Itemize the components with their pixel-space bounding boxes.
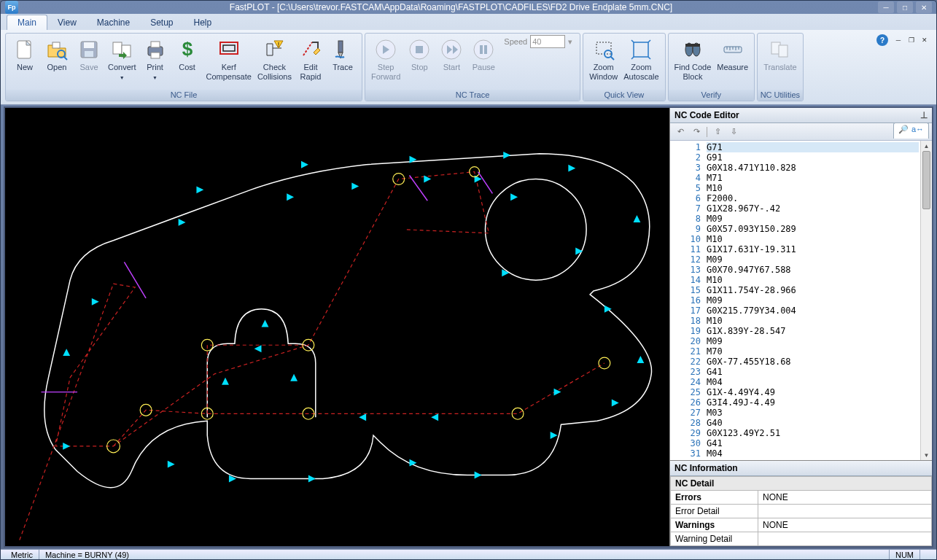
zoomauto-button[interactable]: ZoomAutoscale [621,35,661,82]
code-editor-header: NC Code Editor ⊥ [670,108,932,123]
svg-rect-1 [53,42,60,48]
group-label: NC File [6,90,362,101]
print-button[interactable]: Print▼ [139,35,171,82]
code-line[interactable]: M04 [707,448,919,459]
mdi-restore-button[interactable]: ❐ [906,35,917,45]
code-line[interactable]: G0X-77.455Y18.68 [707,357,919,367]
group-label: Verify [669,90,755,101]
findblock-button[interactable]: Find CodeBlock [672,35,715,82]
find-icon[interactable]: 🔎 [898,125,909,137]
convert-icon [110,38,133,61]
code-line[interactable]: M09 [707,295,919,306]
svg-text:!: ! [278,41,280,48]
replace-icon[interactable]: a↔ [911,125,924,137]
code-line[interactable]: G1X.839Y-28.547 [707,326,919,336]
code-line[interactable]: M10 [707,316,919,326]
ribbon-tab-main[interactable]: Main [7,15,47,30]
open-button[interactable]: Open [41,35,73,74]
svg-point-17 [376,40,395,59]
code-line[interactable]: M71 [707,173,919,183]
code-line[interactable]: M04 [707,377,919,387]
pin-icon[interactable]: ⊥ [920,110,928,120]
editor-scrollbar[interactable]: ▲ ▼ [920,141,932,460]
mdi-close-button[interactable]: ✕ [919,35,930,45]
group-label: NC Utilities [758,90,802,101]
close-button[interactable]: ✕ [916,1,932,13]
kerf-button[interactable]: KerfCompensate [203,35,254,82]
editrapid-button[interactable]: EditRapid [295,35,327,82]
check-button[interactable]: !CheckCollisions [254,35,295,82]
maximize-button[interactable]: □ [897,1,913,13]
zoomwin-label: ZoomWindow [589,63,618,81]
trace-button[interactable]: Trace [327,35,359,74]
code-line[interactable]: G1X28.967Y-.42 [707,203,919,214]
stepfwd-button: StepForward [368,35,403,82]
status-num: NUM [889,550,919,559]
code-line[interactable]: M70 [707,346,919,357]
code-line[interactable]: M10 [707,183,919,193]
nav-up-button[interactable]: ⇧ [710,125,725,139]
status-resize-grip[interactable] [919,550,932,559]
code-line[interactable]: G3I4.49J-4.49 [707,397,919,408]
redo-button[interactable]: ↷ [689,125,704,139]
findblock-icon [681,38,704,61]
code-line[interactable]: M10 [707,234,919,244]
svg-rect-5 [84,42,94,48]
plot-canvas[interactable] [5,108,669,546]
code-line[interactable]: G41 [707,367,919,377]
line-number: 14 [672,275,701,285]
code-line[interactable]: F2000. [707,193,919,203]
mdi-minimize-button[interactable]: ─ [893,35,904,45]
scroll-up-icon[interactable]: ▲ [921,141,932,151]
cost-button[interactable]: $Cost [171,35,203,74]
open-label: Open [47,63,67,72]
nav-down-button[interactable]: ⇩ [726,125,741,139]
new-button[interactable]: New [9,35,41,74]
code-area[interactable]: 1234567891011121314151617181920212223242… [670,141,932,460]
code-line[interactable]: G0X57.093Y150.289 [707,224,919,234]
zoomwin-button[interactable]: ZoomWindow [586,35,621,82]
code-line[interactable]: G0X18.471Y110.828 [707,163,919,173]
line-number: 2 [672,152,701,163]
code-line[interactable]: G91 [707,152,919,163]
svg-point-20 [442,40,461,59]
info-value: NONE [758,491,932,505]
ribbon-tab-view[interactable]: View [47,15,87,30]
minimize-button[interactable]: ─ [878,1,894,13]
code-line[interactable]: G0X215.779Y34.004 [707,306,919,316]
convert-button[interactable]: Convert▼ [105,35,139,82]
code-line[interactable]: G1X-4.49Y4.49 [707,387,919,397]
code-line[interactable]: G71 [707,142,919,152]
code-line[interactable]: M09 [707,254,919,265]
ribbon-tab-help[interactable]: Help [184,15,222,30]
check-label: CheckCollisions [257,63,292,81]
code-line[interactable]: G0X70.947Y67.588 [707,265,919,275]
code-line[interactable]: G1X17.631Y-19.311 [707,244,919,254]
line-number: 15 [672,285,701,295]
code-line[interactable]: G40 [707,418,919,428]
zoomauto-icon [629,38,653,61]
code-line[interactable]: M09 [707,214,919,224]
kerf-label: KerfCompensate [206,63,252,81]
direction-markers [63,152,644,483]
translate-icon [769,38,792,61]
code-line[interactable]: G41 [707,438,919,448]
speed-label: Speed [504,37,527,46]
help-icon[interactable]: ? [876,34,888,46]
ribbon-tab-setup[interactable]: Setup [140,15,183,30]
title-bar: Fp FastPLOT - [C:\Users\trevor.FASTCAM\A… [1,1,936,14]
scroll-down-icon[interactable]: ▼ [921,450,932,460]
code-line[interactable]: M03 [707,408,919,418]
undo-button[interactable]: ↶ [673,125,688,139]
ribbon-tab-machine[interactable]: Machine [87,15,140,30]
code-line[interactable]: M10 [707,275,919,285]
nc-detail-header: NC Detail [671,477,932,491]
code-line[interactable]: G0X123.49Y2.51 [707,428,919,438]
code-line[interactable]: M09 [707,336,919,346]
svg-line-44 [124,262,146,298]
measure-button[interactable]: Measure [714,35,751,74]
code-line[interactable]: G1X11.754Y-28.966 [707,285,919,295]
info-value: NONE [758,518,932,532]
ribbon-group-verify: Find CodeBlockMeasureVerify [668,33,755,101]
scroll-thumb[interactable] [922,151,930,209]
